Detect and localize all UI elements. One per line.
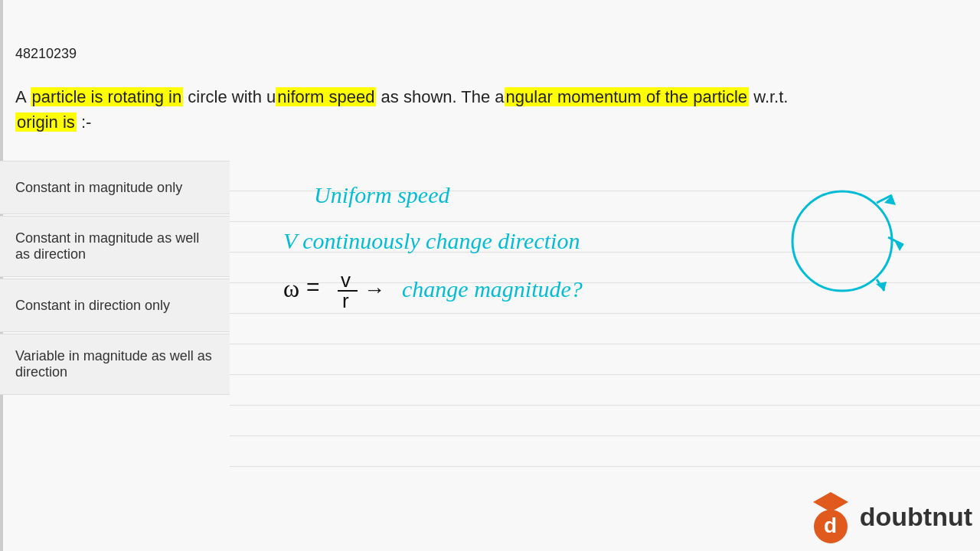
options-container: Constant in magnitude only Constant in m… — [0, 161, 230, 396]
svg-text:v: v — [341, 269, 351, 292]
svg-text:d: d — [824, 514, 837, 537]
logo-text: doubtnut — [860, 502, 972, 532]
svg-text:=: = — [306, 274, 320, 299]
highlight-uniform: niform speed — [276, 87, 376, 106]
option-c-label: Constant in direction only — [15, 298, 170, 314]
question-text: A particle is rotating in circle with un… — [15, 84, 965, 135]
svg-text:Uniform speed: Uniform speed — [314, 182, 450, 207]
option-a-label: Constant in magnitude only — [15, 180, 182, 196]
svg-text:r: r — [342, 289, 349, 312]
svg-marker-16 — [813, 492, 848, 512]
option-d[interactable]: Variable in magnitude as well as directi… — [0, 334, 230, 395]
svg-text:V continuously change directio: V continuously change direction — [283, 228, 580, 253]
highlight-origin: origin is — [15, 112, 77, 132]
doubtnut-icon: d — [806, 488, 856, 546]
option-a[interactable]: Constant in magnitude only — [0, 161, 230, 214]
question-id: 48210239 — [15, 46, 77, 62]
svg-point-9 — [792, 191, 892, 291]
handwriting-area: Uniform speed V continuously change dire… — [230, 161, 965, 474]
svg-text:change  magnitude?: change magnitude? — [402, 276, 583, 302]
option-c[interactable]: Constant in direction only — [0, 279, 230, 332]
svg-text:→: → — [364, 278, 385, 302]
option-b-label: Constant in magnitude as well as directi… — [15, 230, 214, 262]
svg-text:ω: ω — [283, 275, 299, 302]
highlight-angular: ngular momentum of the particle — [505, 87, 750, 106]
option-d-label: Variable in magnitude as well as directi… — [15, 348, 214, 380]
option-b[interactable]: Constant in magnitude as well as directi… — [0, 216, 230, 277]
highlight-particle: particle is rotating in — [31, 87, 184, 106]
logo-area: d doubtnut — [766, 482, 980, 551]
svg-marker-15 — [876, 282, 887, 291]
